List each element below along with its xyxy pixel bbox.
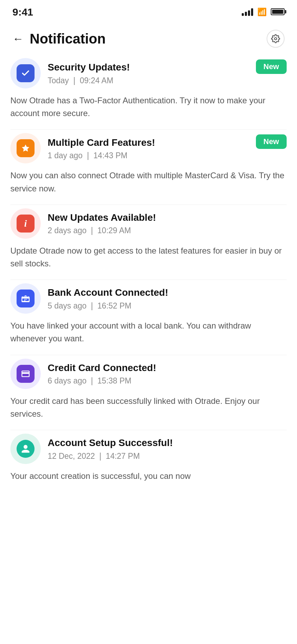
signal-icon xyxy=(242,8,253,16)
notification-icon-updates: i xyxy=(10,208,41,239)
notification-time-account: 12 Dec, 2022 | 14:27 PM xyxy=(48,452,287,461)
notification-body-credit: Your credit card has been successfully l… xyxy=(10,395,287,420)
battery-icon xyxy=(271,7,285,18)
notification-icon-security xyxy=(10,58,41,88)
notification-item-bank[interactable]: Bank Account Connected! 5 days ago | 16:… xyxy=(10,283,287,355)
notification-icon-credit xyxy=(10,359,41,389)
notification-body-bank: You have linked your account with a loca… xyxy=(10,319,287,345)
notification-item-credit-card[interactable]: Credit Card Connected! 6 days ago | 15:3… xyxy=(10,359,287,430)
notification-time-bank: 5 days ago | 16:52 PM xyxy=(48,301,287,311)
settings-button[interactable] xyxy=(267,30,285,48)
notification-body-account: Your account creation is successful, you… xyxy=(10,470,287,482)
notification-meta-account: Account Setup Successful! 12 Dec, 2022 |… xyxy=(48,437,287,461)
notification-time-updates: 2 days ago | 10:29 AM xyxy=(48,226,287,235)
notification-item-account-setup[interactable]: Account Setup Successful! 12 Dec, 2022 |… xyxy=(10,434,287,492)
svg-rect-1 xyxy=(24,299,27,300)
notification-item-multiple-card[interactable]: Multiple Card Features! 1 day ago | 14:4… xyxy=(10,133,287,205)
wifi-icon: 📶 xyxy=(257,8,267,17)
page-title: Notification xyxy=(30,31,106,47)
notification-icon-account xyxy=(10,434,41,464)
notification-meta-credit: Credit Card Connected! 6 days ago | 15:3… xyxy=(48,362,287,386)
notification-title-card: Multiple Card Features! xyxy=(48,136,249,149)
page-header: ← Notification xyxy=(0,21,297,58)
notification-list: Security Updates! Today | 09:24 AM New N… xyxy=(0,58,297,492)
notification-time-credit: 6 days ago | 15:38 PM xyxy=(48,376,287,386)
back-button[interactable]: ← xyxy=(12,32,23,45)
notification-title-account: Account Setup Successful! xyxy=(48,437,287,449)
notification-body-card: Now you can also connect Otrade with mul… xyxy=(10,169,287,195)
notification-badge-security: New xyxy=(256,59,287,74)
status-icons: 📶 xyxy=(242,7,285,18)
notification-body-updates: Update Otrade now to get access to the l… xyxy=(10,244,287,270)
svg-rect-2 xyxy=(24,300,26,301)
notification-meta-security: Security Updates! Today | 09:24 AM xyxy=(48,61,249,85)
notification-meta-updates: New Updates Available! 2 days ago | 10:2… xyxy=(48,211,287,235)
notification-body-security: Now Otrade has a Two-Factor Authenticati… xyxy=(10,94,287,120)
notification-badge-card: New xyxy=(256,134,287,149)
notification-title-credit: Credit Card Connected! xyxy=(48,362,287,374)
notification-icon-card xyxy=(10,133,41,163)
status-time: 9:41 xyxy=(12,6,33,18)
notification-meta-card: Multiple Card Features! 1 day ago | 14:4… xyxy=(48,136,249,160)
notification-time-card: 1 day ago | 14:43 PM xyxy=(48,151,249,160)
notification-title-updates: New Updates Available! xyxy=(48,211,287,224)
svg-point-0 xyxy=(275,38,277,40)
notification-time-security: Today | 09:24 AM xyxy=(48,76,249,85)
status-bar: 9:41 📶 xyxy=(0,0,297,21)
notification-icon-bank xyxy=(10,283,41,314)
notification-title-security: Security Updates! xyxy=(48,61,249,74)
notification-title-bank: Bank Account Connected! xyxy=(48,286,287,299)
notification-meta-bank: Bank Account Connected! 5 days ago | 16:… xyxy=(48,286,287,310)
header-left: ← Notification xyxy=(12,31,106,47)
notification-item-security-updates[interactable]: Security Updates! Today | 09:24 AM New N… xyxy=(10,58,287,130)
notification-item-updates[interactable]: i New Updates Available! 2 days ago | 10… xyxy=(10,208,287,280)
